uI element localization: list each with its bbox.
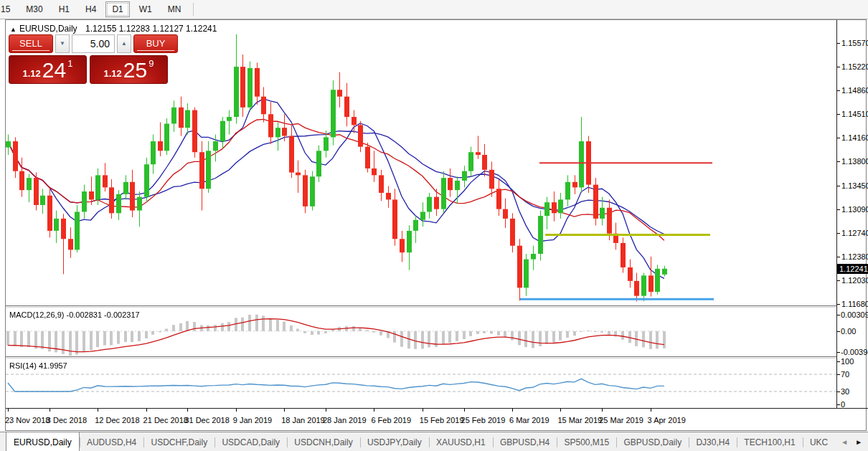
timeframe-button-H1[interactable]: H1 [52, 1, 76, 17]
date-axis-tick [98, 409, 98, 412]
macd-axis-label: 0.003095 [841, 310, 868, 319]
date-axis-label: 21 Dec 2018 [143, 416, 188, 424]
macd-name: MACD(12,26,9) [9, 310, 64, 319]
date-axis-tick [284, 409, 285, 412]
price-axis-tick [837, 90, 840, 91]
chart-tab-USDJPY-Daily[interactable]: USDJPY,Daily [360, 432, 429, 451]
timeframe-toolbar: 15M30H1H4D1W1MN [0, 0, 868, 19]
date-axis-label: 31 Dec 2018 [184, 416, 229, 424]
tab-scroll-controls: ◄► [835, 432, 868, 451]
buy-button[interactable]: BUY [133, 34, 178, 53]
sell-button[interactable]: SELL [9, 34, 53, 53]
sell-price-pip: 1 [67, 60, 72, 67]
chart-tab-GBPUSD-H4[interactable]: GBPUSD,H4 [493, 432, 557, 451]
chart-symbol-label: EURUSD,Daily [19, 24, 77, 34]
date-axis-tick [49, 409, 50, 412]
price-axis-tick [837, 209, 840, 210]
date-axis-label: 12 Dec 2018 [95, 416, 139, 424]
current-price-tag: 1.12241 [837, 264, 868, 274]
date-axis-label: 6 Mar 2019 [509, 416, 549, 424]
volume-decrease-button[interactable]: ▼ [55, 34, 70, 53]
price-axis-tick [837, 304, 840, 305]
triangle-down-icon: ▼ [60, 40, 65, 47]
date-axis-tick [651, 409, 651, 412]
rsi-name: RSI(14) [9, 361, 37, 370]
date-axis-tick [236, 409, 237, 412]
macd-axis-tick [837, 352, 840, 353]
price-axis-label: 1.12380 [841, 252, 868, 261]
chart-tab-SP500-M15[interactable]: SP500,M15 [557, 432, 617, 451]
rsi-axis-tick [837, 374, 840, 375]
sell-price-main: 24 [42, 60, 66, 80]
date-axis-label: 6 Feb 2019 [371, 416, 411, 424]
date-axis-tick [602, 409, 603, 412]
chart-tab-USDCNH-Daily[interactable]: USDCNH,Daily [287, 432, 359, 451]
timeframe-button-M30[interactable]: M30 [19, 1, 49, 17]
sell-price-box[interactable]: 1.12 24 1 [9, 55, 87, 84]
date-axis-tick [423, 409, 423, 412]
price-axis-tick [837, 257, 840, 257]
date-axis-label: 15 Feb 2019 [420, 416, 464, 424]
date-axis-tick [326, 409, 326, 412]
date-axis-label: 25 Mar 2019 [599, 416, 643, 424]
macd-axis-tick [837, 331, 840, 332]
date-axis-label: 3 Dec 2018 [47, 416, 87, 424]
price-axis-tick [837, 161, 840, 162]
timeframe-button-W1[interactable]: W1 [133, 1, 159, 17]
price-axis-label: 1.15220 [841, 62, 868, 71]
date-axis-label: 23 Nov 2018 [5, 416, 49, 424]
chart-tab-XAUUSD-H1[interactable]: XAUUSD,H1 [429, 432, 493, 451]
chart-tab-TECH100-H1[interactable]: TECH100,H1 [737, 432, 802, 451]
price-axis-label: 1.15570 [841, 39, 868, 47]
rsi-axis-label: 100 [841, 357, 854, 366]
date-axis-label: 18 Jan 2019 [281, 416, 325, 424]
chart-ohlc-values: 1.12155 1.12283 1.12127 1.12241 [85, 24, 217, 34]
rsi-axis-tick [837, 404, 840, 405]
date-axis-tick [512, 409, 513, 412]
timeframe-button-D1[interactable]: D1 [105, 1, 129, 17]
timeframe-button-15[interactable]: 15 [0, 1, 16, 17]
chart-tab-GBPUSD-Daily[interactable]: GBPUSD,Daily [616, 432, 689, 451]
volume-increase-button[interactable]: ▲ [117, 34, 131, 53]
chart-tab-EURUSD-Daily[interactable]: EURUSD,Daily [6, 432, 80, 451]
rsi-panel-canvas[interactable] [6, 359, 836, 408]
timeframe-button-H4[interactable]: H4 [79, 1, 103, 17]
price-axis-tick [837, 280, 840, 281]
price-axis-label: 1.12030 [841, 276, 868, 285]
tab-scroll-left-icon[interactable]: ◄ [841, 438, 848, 446]
chart-tab-UKC[interactable]: UKC [803, 432, 835, 451]
date-axis-tick [146, 409, 147, 412]
collapse-triangle-icon[interactable]: ▲ [10, 26, 16, 33]
time-axis-border [6, 408, 868, 409]
macd-label: MACD(12,26,9) -0.002831 -0.002317 [9, 310, 140, 319]
macd-axis-label: -0.003947 [841, 348, 868, 356]
buy-price-box[interactable]: 1.12 25 9 [90, 55, 168, 84]
rsi-axis-tick [837, 361, 840, 362]
rsi-axis-label: 70 [841, 370, 849, 379]
price-axis-label: 1.14160 [841, 133, 868, 142]
price-axis-tick [837, 43, 840, 44]
rsi-value: 41.9957 [39, 361, 67, 370]
price-axis-label: 1.14510 [841, 110, 868, 118]
date-axis-tick [560, 409, 561, 412]
rsi-axis-label: 0 [841, 400, 845, 409]
price-axis-tick [837, 138, 840, 138]
chart-tab-USDCAD-Daily[interactable]: USDCAD,Daily [214, 432, 287, 451]
date-axis-label: 15 Mar 2019 [557, 416, 602, 424]
macd-values: -0.002831 -0.002317 [66, 310, 139, 319]
toolbar-separator [193, 3, 194, 16]
buy-price-main: 25 [123, 60, 147, 80]
tab-scroll-right-icon[interactable]: ► [855, 438, 862, 446]
volume-input[interactable] [72, 35, 114, 52]
chart-title: ▲EURUSD,Daily 1.12155 1.12283 1.12127 1.… [10, 24, 217, 34]
buy-price-pip: 9 [148, 60, 154, 67]
macd-axis-label: 0.00 [841, 327, 856, 336]
volume-field-box [72, 34, 115, 53]
date-axis-tick [464, 409, 465, 412]
price-axis-border [836, 20, 837, 408]
chart-tab-DJ30-H4[interactable]: DJ30,H4 [689, 432, 737, 451]
timeframe-button-MN[interactable]: MN [161, 1, 188, 17]
chart-tab-AUDUSD-H4[interactable]: AUDUSD,H4 [80, 432, 143, 451]
chart-tab-USDCHF-Daily[interactable]: USDCHF,Daily [144, 432, 215, 451]
rsi-label: RSI(14) 41.9957 [9, 361, 67, 370]
